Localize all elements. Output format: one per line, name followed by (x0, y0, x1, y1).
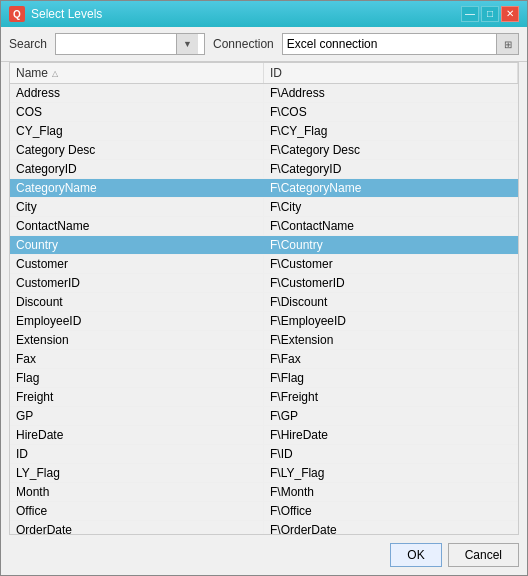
table-row[interactable]: LY_FlagF\LY_Flag (10, 464, 518, 483)
cell-id: F\CY_Flag (264, 122, 518, 140)
window-title: Select Levels (31, 7, 102, 21)
table-row[interactable]: MonthF\Month (10, 483, 518, 502)
table-row[interactable]: OrderDateF\OrderDate (10, 521, 518, 534)
column-header-name: Name △ (10, 63, 264, 83)
cell-name: GP (10, 407, 264, 425)
cell-id: F\OrderDate (264, 521, 518, 534)
cell-id: F\GP (264, 407, 518, 425)
cell-name: Extension (10, 331, 264, 349)
cell-name: CategoryID (10, 160, 264, 178)
cell-name: HireDate (10, 426, 264, 444)
cell-id: F\City (264, 198, 518, 216)
cell-id: F\Month (264, 483, 518, 501)
table-row[interactable]: FlagF\Flag (10, 369, 518, 388)
table-row[interactable]: Category DescF\Category Desc (10, 141, 518, 160)
close-button[interactable]: ✕ (501, 6, 519, 22)
cell-id: F\Category Desc (264, 141, 518, 159)
cell-name: Flag (10, 369, 264, 387)
table-row[interactable]: CountryF\Country (10, 236, 518, 255)
cell-id: F\HireDate (264, 426, 518, 444)
table-row[interactable]: AddressF\Address (10, 84, 518, 103)
cell-id: F\COS (264, 103, 518, 121)
cell-id: F\Freight (264, 388, 518, 406)
cell-name: CustomerID (10, 274, 264, 292)
cell-id: F\Flag (264, 369, 518, 387)
minimize-button[interactable]: — (461, 6, 479, 22)
toolbar: Search ▼ Connection ⊞ (1, 27, 527, 62)
footer: OK Cancel (1, 535, 527, 575)
search-input[interactable] (56, 34, 176, 54)
table-row[interactable]: EmployeeIDF\EmployeeID (10, 312, 518, 331)
cell-name: LY_Flag (10, 464, 264, 482)
cell-id: F\Extension (264, 331, 518, 349)
cell-name: Discount (10, 293, 264, 311)
cell-name: Fax (10, 350, 264, 368)
title-controls: — □ ✕ (461, 6, 519, 22)
title-bar: Q Select Levels — □ ✕ (1, 1, 527, 27)
app-icon: Q (9, 6, 25, 22)
table-row[interactable]: CategoryNameF\CategoryName (10, 179, 518, 198)
select-levels-window: Q Select Levels — □ ✕ Search ▼ Connectio… (0, 0, 528, 576)
table-row[interactable]: ExtensionF\Extension (10, 331, 518, 350)
connection-browse-button[interactable]: ⊞ (496, 34, 518, 54)
cell-name: ContactName (10, 217, 264, 235)
cell-id: F\LY_Flag (264, 464, 518, 482)
search-input-wrap: ▼ (55, 33, 205, 55)
cell-id: F\CategoryName (264, 179, 518, 197)
title-bar-left: Q Select Levels (9, 6, 102, 22)
cell-id: F\EmployeeID (264, 312, 518, 330)
cell-name: Category Desc (10, 141, 264, 159)
maximize-button[interactable]: □ (481, 6, 499, 22)
cancel-button[interactable]: Cancel (448, 543, 519, 567)
table-row[interactable]: HireDateF\HireDate (10, 426, 518, 445)
cell-name: OrderDate (10, 521, 264, 534)
table-row[interactable]: CityF\City (10, 198, 518, 217)
table-scroll-area[interactable]: AddressF\AddressCOSF\COSCY_FlagF\CY_Flag… (10, 84, 518, 534)
levels-table-container: Name △ ID AddressF\AddressCOSF\COSCY_Fla… (9, 62, 519, 535)
table-row[interactable]: GPF\GP (10, 407, 518, 426)
cell-id: F\Customer (264, 255, 518, 273)
cell-name: City (10, 198, 264, 216)
column-header-id: ID (264, 63, 518, 83)
cell-name: Customer (10, 255, 264, 273)
cell-id: F\CategoryID (264, 160, 518, 178)
cell-id: F\Office (264, 502, 518, 520)
table-header: Name △ ID (10, 63, 518, 84)
cell-id: F\Discount (264, 293, 518, 311)
connection-input[interactable] (283, 34, 496, 54)
table-row[interactable]: CY_FlagF\CY_Flag (10, 122, 518, 141)
cell-name: CategoryName (10, 179, 264, 197)
cell-id: F\Address (264, 84, 518, 102)
table-row[interactable]: IDF\ID (10, 445, 518, 464)
cell-name: Freight (10, 388, 264, 406)
table-row[interactable]: CustomerF\Customer (10, 255, 518, 274)
cell-name: ID (10, 445, 264, 463)
cell-name: COS (10, 103, 264, 121)
cell-name: Address (10, 84, 264, 102)
table-row[interactable]: ContactNameF\ContactName (10, 217, 518, 236)
cell-id: F\Fax (264, 350, 518, 368)
cell-name: Country (10, 236, 264, 254)
search-label: Search (9, 37, 47, 51)
table-row[interactable]: COSF\COS (10, 103, 518, 122)
table-row[interactable]: OfficeF\Office (10, 502, 518, 521)
table-row[interactable]: CustomerIDF\CustomerID (10, 274, 518, 293)
cell-name: Office (10, 502, 264, 520)
search-dropdown-button[interactable]: ▼ (176, 34, 198, 54)
connection-input-wrap: ⊞ (282, 33, 519, 55)
table-row[interactable]: FreightF\Freight (10, 388, 518, 407)
table-row[interactable]: DiscountF\Discount (10, 293, 518, 312)
ok-button[interactable]: OK (390, 543, 441, 567)
table-row[interactable]: CategoryIDF\CategoryID (10, 160, 518, 179)
cell-name: Month (10, 483, 264, 501)
sort-icon-name: △ (52, 69, 58, 78)
cell-id: F\ContactName (264, 217, 518, 235)
cell-id: F\CustomerID (264, 274, 518, 292)
cell-name: CY_Flag (10, 122, 264, 140)
table-row[interactable]: FaxF\Fax (10, 350, 518, 369)
connection-label: Connection (213, 37, 274, 51)
cell-id: F\ID (264, 445, 518, 463)
cell-name: EmployeeID (10, 312, 264, 330)
cell-id: F\Country (264, 236, 518, 254)
